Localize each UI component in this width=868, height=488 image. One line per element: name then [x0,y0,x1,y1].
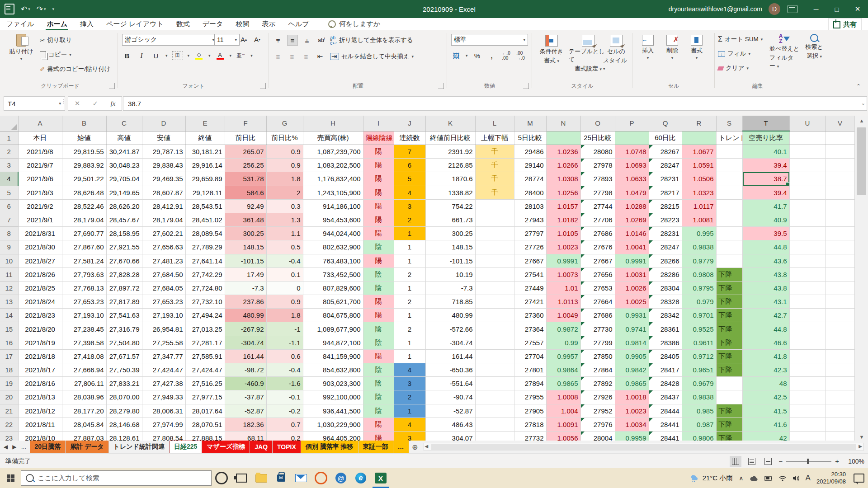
cell-O19[interactable]: 27892 [580,377,615,390]
cell-B20[interactable]: 28,038.96 [62,390,106,404]
cell-T16[interactable]: 46.6 [742,336,789,349]
row-header-2[interactable]: 2 [0,145,18,159]
cell-V18[interactable] [826,363,854,377]
cell-R2[interactable]: 1.0677 [682,145,716,159]
cell-L9[interactable] [475,240,514,254]
horizontal-scroll-thumb[interactable] [431,444,856,450]
column-header-O[interactable]: O [580,116,615,131]
cell-C6[interactable]: 28,626.20 [106,199,142,213]
formula-input[interactable]: 38.7 [123,96,867,111]
cell-N14[interactable]: 1.0049 [546,309,580,322]
cell-I17[interactable]: 陽 [363,349,394,363]
cell-M20[interactable]: 27955 [514,390,546,404]
cell-G17[interactable]: 0.6 [266,349,303,363]
sheet-tab-累計 データ[interactable]: 累計 データ [66,441,109,453]
share-button[interactable]: 共有 [828,18,862,31]
zoom-out-button[interactable]: − [778,457,783,465]
cell-H5[interactable]: 1,243,105,900 [303,186,363,199]
clipboard-dialog-launcher[interactable] [109,83,115,89]
cell-S12[interactable]: 下降 [716,281,742,295]
cell-P4[interactable]: 1.0633 [615,172,649,186]
cell-L11[interactable] [475,267,514,281]
cell-K10[interactable]: -101.15 [425,254,475,267]
cell-Q22[interactable]: 28441 [649,418,682,431]
cell-I20[interactable]: 陰 [363,390,394,404]
cell-M7[interactable]: 27943 [514,213,546,226]
cell-V22[interactable] [826,418,854,431]
cell-S5[interactable] [716,186,742,199]
cell-A18[interactable]: 2021/8/17 [18,363,62,377]
cell-H8[interactable]: 944,024,400 [303,227,363,240]
cell-S10[interactable] [716,254,742,267]
cell-P3[interactable]: 1.0693 [615,159,649,172]
header-cell-D1[interactable]: 安値 [142,131,185,145]
cell-E22[interactable]: 28,070.51 [185,418,225,431]
cell-A11[interactable]: 2021/8/26 [18,267,62,281]
borders-dropdown[interactable]: ▾ [188,53,190,58]
cell-L21[interactable] [475,404,514,418]
cell-N11[interactable]: 1.0073 [546,267,580,281]
cell-L12[interactable] [475,281,514,295]
onedrive-icon[interactable] [750,475,759,481]
cell-J2[interactable]: 7 [394,145,425,159]
cell-S18[interactable]: 下降 [716,363,742,377]
taskbar-clock[interactable]: 20:30 2021/09/08 [816,471,846,485]
excel-icon[interactable]: X [371,468,391,488]
sheet-tab-日経225[interactable]: 日経225 [170,441,202,453]
cell-L8[interactable] [475,227,514,240]
cell-R3[interactable]: 1.0591 [682,159,716,172]
header-cell-M1[interactable]: 5日比較 [514,131,546,145]
cell-L23[interactable] [475,431,514,441]
cell-F3[interactable]: 256.25 [225,159,266,172]
cell-Q16[interactable]: 28386 [649,336,682,349]
fill-button[interactable]: ↓ フィル▾ [718,48,750,59]
cell-E3[interactable]: 29,916.14 [185,159,225,172]
cell-S14[interactable]: 下降 [716,309,742,322]
cell-Q18[interactable]: 28417 [649,363,682,377]
cell-F19[interactable]: -460.9 [225,377,266,390]
cell-K9[interactable]: 148.15 [425,240,475,254]
ribbon-tab-校閲[interactable]: 校閲 [229,18,255,30]
header-cell-U1[interactable] [789,131,826,145]
cell-E14[interactable]: 27,494.24 [185,309,225,322]
cell-V4[interactable] [826,172,854,186]
cell-N13[interactable]: 1.0113 [546,295,580,309]
cell-M21[interactable]: 27905 [514,404,546,418]
cell-G20[interactable]: -0.1 [266,390,303,404]
cell-C22[interactable]: 28,146.68 [106,418,142,431]
enter-entry-icon[interactable]: ✓ [93,99,99,108]
cell-K21[interactable]: -52.87 [425,404,475,418]
row-header-7[interactable]: 7 [0,213,18,226]
cell-S7[interactable] [716,213,742,226]
cell-S15[interactable]: 下降 [716,322,742,336]
cell-J14[interactable]: 1 [394,309,425,322]
cell-V9[interactable] [826,240,854,254]
cell-E9[interactable]: 27,789.29 [185,240,225,254]
cell-K14[interactable]: 480.99 [425,309,475,322]
header-cell-A1[interactable]: 本日 [18,131,62,145]
increase-decimal-button[interactable]: ←.0.00 [501,51,511,61]
column-header-V[interactable]: V [826,116,854,131]
cell-F10[interactable]: -101.15 [225,254,266,267]
cell-V15[interactable] [826,322,854,336]
find-select-button[interactable]: 検索と 選択 ▾ [798,34,830,60]
align-left-button[interactable]: ≡ [273,52,283,61]
cell-M12[interactable]: 27449 [514,281,546,295]
cell-U10[interactable] [789,254,826,267]
header-cell-O1[interactable]: 25日比較 [580,131,615,145]
cell-U6[interactable] [789,199,826,213]
cell-T8[interactable]: 39.5 [742,227,789,240]
cell-D9[interactable]: 27,656.63 [142,240,185,254]
header-cell-J1[interactable]: 連続数 [394,131,425,145]
cell-Q14[interactable]: 28342 [649,309,682,322]
cell-A3[interactable]: 2021/9/7 [18,159,62,172]
cell-P21[interactable]: 1.0023 [615,404,649,418]
cell-Q7[interactable]: 28223 [649,213,682,226]
cell-B14[interactable]: 27,193.10 [62,309,106,322]
cell-O20[interactable]: 27926 [580,390,615,404]
cell-R23[interactable]: 0.9806 [682,431,716,441]
header-cell-H1[interactable]: 売買高(株) [303,131,363,145]
cell-R11[interactable]: 0.9808 [682,267,716,281]
cell-J19[interactable]: 3 [394,377,425,390]
cell-T17[interactable]: 41.8 [742,349,789,363]
